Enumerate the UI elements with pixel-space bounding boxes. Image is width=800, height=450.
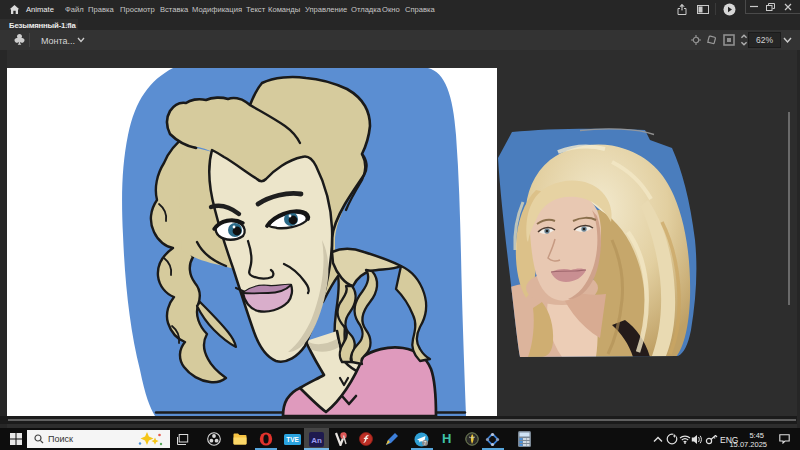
svg-text:7: 7 — [424, 440, 427, 446]
svg-text:An: An — [311, 436, 322, 445]
svg-text:TVE: TVE — [286, 436, 299, 443]
